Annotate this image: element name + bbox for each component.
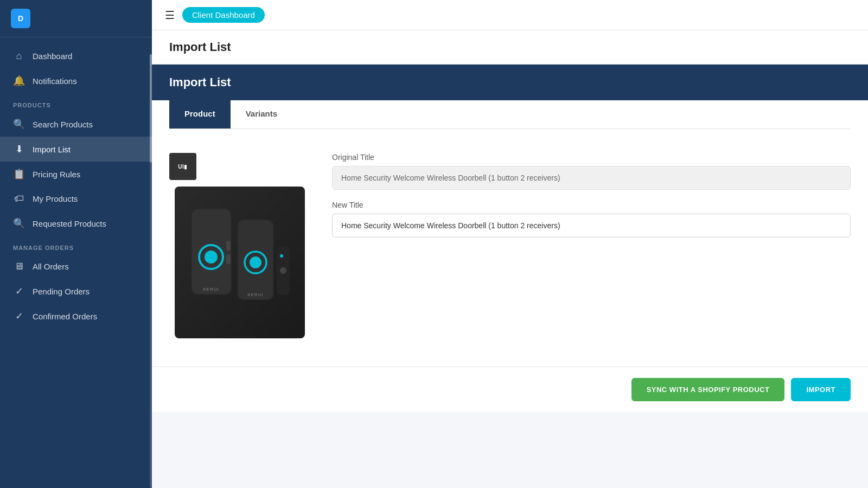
product-section: UI▮ bbox=[169, 142, 851, 349]
tab-product[interactable]: Product bbox=[169, 100, 231, 129]
page-title: Import List bbox=[169, 40, 851, 54]
card-footer: SYNC WITH A SHOPIFY PRODUCT IMPORT bbox=[152, 367, 868, 412]
sidebar-label-import-list: Import List bbox=[33, 145, 71, 154]
svg-text:KERUI: KERUI bbox=[203, 287, 219, 292]
import-icon: ⬇ bbox=[13, 143, 25, 155]
import-card-body: Product Variants UI▮ bbox=[152, 100, 868, 367]
sidebar: D ⌂ Dashboard 🔔 Notifications PRODUCTS 🔍… bbox=[0, 0, 152, 488]
monitor-icon: 🖥 bbox=[13, 261, 25, 272]
original-title-group: Original Title Home Security Welcome Wir… bbox=[332, 153, 851, 190]
requested-icon: 🔍 bbox=[13, 217, 25, 229]
check-icon: ✓ bbox=[13, 285, 25, 297]
tab-variants[interactable]: Variants bbox=[231, 100, 292, 129]
content-area: Import List Import List Product Variants bbox=[152, 30, 868, 488]
sidebar-item-pricing-rules[interactable]: 📋 Pricing Rules bbox=[0, 162, 152, 187]
sidebar-label-confirmed-orders: Confirmed Orders bbox=[33, 312, 97, 321]
sidebar-label-pending-orders: Pending Orders bbox=[33, 287, 90, 296]
topbar: ☰ Client Dashboard bbox=[152, 0, 868, 30]
sidebar-label-pricing-rules: Pricing Rules bbox=[33, 170, 80, 179]
orders-section-label: MANAGE ORDERS bbox=[0, 236, 152, 254]
hamburger-button[interactable]: ☰ bbox=[165, 10, 175, 21]
sidebar-item-search-products[interactable]: 🔍 Search Products bbox=[0, 112, 152, 137]
home-icon: ⌂ bbox=[13, 50, 25, 62]
svg-point-14 bbox=[280, 254, 283, 258]
original-title-value: Home Security Welcome Wireless Doorbell … bbox=[332, 166, 851, 190]
sidebar-label-requested-products: Requested Products bbox=[33, 219, 106, 228]
import-card: Import List Product Variants bbox=[152, 65, 868, 412]
sidebar-item-confirmed-orders[interactable]: ✓ Confirmed Orders bbox=[0, 304, 152, 329]
svg-point-13 bbox=[280, 267, 286, 274]
sidebar-item-pending-orders[interactable]: ✓ Pending Orders bbox=[0, 279, 152, 304]
bell-icon: 🔔 bbox=[13, 75, 25, 87]
tag-icon: 🏷 bbox=[13, 193, 25, 204]
sidebar-scrollbar[interactable] bbox=[150, 54, 152, 488]
pricing-icon: 📋 bbox=[13, 168, 25, 180]
logo-box: D bbox=[11, 9, 30, 28]
sidebar-item-dashboard[interactable]: ⌂ Dashboard bbox=[0, 44, 152, 68]
svg-text:KERUI: KERUI bbox=[247, 292, 263, 297]
sidebar-logo: D bbox=[0, 0, 152, 37]
new-title-label: New Title bbox=[332, 201, 851, 209]
import-button[interactable]: IMPORT bbox=[791, 378, 851, 401]
confirm-icon: ✓ bbox=[13, 310, 25, 322]
sidebar-item-requested-products[interactable]: 🔍 Requested Products bbox=[0, 211, 152, 236]
svg-point-10 bbox=[250, 256, 261, 268]
original-title-label: Original Title bbox=[332, 153, 851, 162]
svg-rect-5 bbox=[226, 254, 231, 264]
sidebar-nav: ⌂ Dashboard 🔔 Notifications PRODUCTS 🔍 S… bbox=[0, 37, 152, 488]
sidebar-item-all-orders[interactable]: 🖥 All Orders bbox=[0, 254, 152, 279]
sidebar-item-my-products[interactable]: 🏷 My Products bbox=[0, 187, 152, 211]
doorbell-svg: KERUI KERUI bbox=[186, 192, 294, 333]
sidebar-scrollbar-thumb bbox=[150, 54, 152, 163]
product-fields: Original Title Home Security Welcome Wir… bbox=[332, 153, 851, 248]
sidebar-label-my-products: My Products bbox=[33, 194, 78, 203]
product-thumbnail: UI▮ bbox=[169, 153, 196, 180]
sidebar-label-search-products: Search Products bbox=[33, 120, 93, 129]
new-title-group: New Title bbox=[332, 201, 851, 237]
svg-point-3 bbox=[205, 251, 218, 264]
search-icon: 🔍 bbox=[13, 118, 25, 130]
page-header: Import List bbox=[152, 30, 868, 65]
product-image-area: UI▮ bbox=[169, 153, 310, 338]
main-area: ☰ Client Dashboard Import List Import Li… bbox=[152, 0, 868, 488]
import-card-header: Import List bbox=[152, 65, 868, 100]
sidebar-item-import-list[interactable]: ⬇ Import List bbox=[0, 137, 152, 162]
sidebar-label-dashboard: Dashboard bbox=[33, 52, 72, 61]
products-section-label: PRODUCTS bbox=[0, 93, 152, 112]
client-dashboard-badge[interactable]: Client Dashboard bbox=[182, 7, 265, 23]
new-title-input[interactable] bbox=[332, 214, 851, 237]
sidebar-item-notifications[interactable]: 🔔 Notifications bbox=[0, 68, 152, 93]
sidebar-label-all-orders: All Orders bbox=[33, 262, 69, 271]
svg-rect-4 bbox=[226, 241, 231, 251]
tab-bar: Product Variants bbox=[169, 100, 851, 129]
sync-shopify-button[interactable]: SYNC WITH A SHOPIFY PRODUCT bbox=[631, 378, 785, 401]
sidebar-label-notifications: Notifications bbox=[33, 76, 77, 86]
product-main-image: KERUI KERUI bbox=[175, 187, 305, 338]
import-card-title: Import List bbox=[169, 75, 851, 89]
